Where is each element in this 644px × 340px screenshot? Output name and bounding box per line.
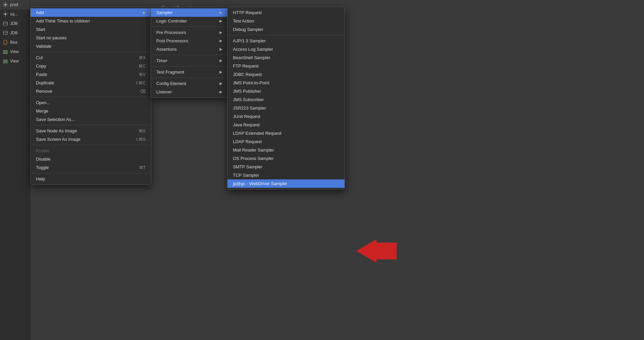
separator-3 — [31, 125, 151, 125]
menu-item-assertions[interactable]: Assertions ▶ — [151, 45, 228, 53]
menu-item-access-log-sampler[interactable]: Access Log Sampler — [228, 45, 345, 53]
menu-item-ajp-sampler[interactable]: AJP/1.3 Sampler — [228, 37, 345, 45]
menu-item-open-label: Open... — [36, 100, 50, 105]
menu-item-debug-sampler[interactable]: Debug Sampler — [228, 25, 345, 34]
menu-item-save-selection-as[interactable]: Save Selection As... — [31, 115, 151, 124]
svg-rect-4 — [3, 31, 7, 35]
menu-item-mail-reader-sampler[interactable]: Mail Reader Sampler — [228, 146, 345, 154]
menu-item-webdriver-sampler[interactable]: jp@gc - WebDriver Sampler — [228, 179, 345, 188]
menu-item-test-action[interactable]: Test Action — [228, 17, 345, 25]
menu-item-validate[interactable]: Validate — [31, 42, 151, 50]
menu-item-save-node-as-image-label: Save Node As Image — [36, 128, 77, 133]
sidebar-item-jdb1[interactable]: JDB — [0, 19, 30, 28]
menu-item-smtp-sampler[interactable]: SMTP Sampler — [228, 163, 345, 171]
menu-item-start-no-pauses-label: Start no pauses — [36, 35, 67, 40]
menu-item-start-no-pauses[interactable]: Start no pauses — [31, 34, 151, 42]
menu-item-beanshell-sampler[interactable]: BeanShell Sampler — [228, 53, 345, 62]
menu-item-jms-point-to-point[interactable]: JMS Point-to-Point — [228, 79, 345, 87]
submenu-arrow-add: ▶ — [143, 10, 146, 15]
menu-item-merge[interactable]: Merge — [31, 107, 151, 115]
menu-item-http-request[interactable]: HTTP Request — [228, 8, 345, 17]
menu-item-tcp-sampler[interactable]: TCP Sampler — [228, 171, 345, 179]
sidebar-label-view2: View — [10, 59, 19, 63]
sidebar-item-prod[interactable]: prod — [0, 0, 30, 9]
menu-item-remove[interactable]: Remove ⌫ — [31, 87, 151, 95]
menu-item-jsr223-sampler[interactable]: JSR223 Sampler — [228, 104, 345, 112]
menu-item-assertions-label: Assertions — [156, 47, 177, 52]
menu-item-save-selection-as-label: Save Selection As... — [36, 117, 75, 122]
menu-item-listener[interactable]: Listener ▶ — [151, 88, 228, 96]
menu-item-help[interactable]: Help — [31, 175, 151, 183]
menu-item-cut[interactable]: Cut ⌘X — [31, 53, 151, 62]
menu-item-disable[interactable]: Disable — [31, 155, 151, 163]
separator-l2-3 — [151, 66, 228, 67]
menu-item-save-screen-as-image[interactable]: Save Screen As Image ⇧⌘G — [31, 135, 151, 143]
submenu-arrow-logic: ▶ — [219, 19, 222, 23]
jdbc-icon2 — [3, 30, 8, 36]
menu-item-ftp-request[interactable]: FTP Request — [228, 62, 345, 70]
svg-rect-9 — [3, 53, 8, 54]
view-icon2 — [3, 58, 8, 64]
submenu-arrow-sampler: ▶ — [219, 10, 222, 15]
sidebar-item-view2[interactable]: View — [0, 56, 30, 66]
menu-item-add-label: Add — [36, 10, 44, 15]
view-icon1 — [3, 49, 8, 54]
sidebar-label-jdb1: JDB — [10, 21, 18, 26]
sidebar-item-bea[interactable]: Bea — [0, 38, 30, 47]
menu-item-timer[interactable]: Timer ▶ — [151, 56, 228, 65]
menu-item-toggle-label: Toggle — [36, 165, 49, 170]
menu-item-sampler[interactable]: Sampler ▶ — [151, 8, 228, 17]
menu-item-junit-request[interactable]: JUnit Request — [228, 112, 345, 121]
shortcut-remove: ⌫ — [140, 89, 146, 94]
menu-item-jdbc-request[interactable]: JDBC Request — [228, 70, 345, 79]
submenu-arrow-config: ▶ — [219, 81, 222, 86]
menu-item-pre-processors[interactable]: Pre Processors ▶ — [151, 28, 228, 37]
menu-item-jms-publisher-label: JMS Publisher — [233, 89, 261, 94]
menu-item-junit-request-label: JUnit Request — [233, 114, 260, 119]
menu-item-open[interactable]: Open... — [31, 98, 151, 107]
sidebar-item-jdb2[interactable]: JDB — [0, 28, 30, 38]
menu-item-os-process-sampler[interactable]: OS Process Sampler — [228, 154, 345, 163]
menu-item-jdbc-request-label: JDBC Request — [233, 72, 262, 77]
separator-l2-1 — [151, 27, 228, 27]
menu-item-copy[interactable]: Copy ⌘C — [31, 62, 151, 70]
sidebar-item-sq[interactable]: sq... — [0, 9, 30, 19]
menu-item-paste[interactable]: Paste ⌘V — [31, 70, 151, 79]
svg-marker-13 — [356, 239, 397, 263]
menu-item-jms-subscriber-label: JMS Subscriber — [233, 97, 264, 102]
separator-l2-2 — [151, 55, 228, 55]
menu-item-post-processors[interactable]: Post Processors ▶ — [151, 37, 228, 45]
sidebar-item-view1[interactable]: View — [0, 47, 30, 56]
menu-item-smtp-sampler-label: SMTP Sampler — [233, 164, 263, 169]
menu-item-add-think-times[interactable]: Add Think Times to children — [31, 17, 151, 25]
menu-item-paste-label: Paste — [36, 72, 47, 77]
context-menu-level3: HTTP Request Test Action Debug Sampler A… — [227, 7, 345, 189]
menu-item-save-node-as-image[interactable]: Save Node As Image ⌘G — [31, 127, 151, 135]
menu-item-webdriver-sampler-label: jp@gc - WebDriver Sampler — [233, 181, 287, 186]
menu-item-jms-publisher[interactable]: JMS Publisher — [228, 87, 345, 95]
menu-item-java-request[interactable]: Java Request — [228, 121, 345, 129]
menu-item-start[interactable]: Start — [31, 25, 151, 34]
gear-icon — [3, 2, 8, 7]
sidebar-label-view1: View — [10, 49, 19, 54]
separator-2 — [31, 97, 151, 97]
menu-item-java-request-label: Java Request — [233, 122, 260, 127]
menu-item-listener-label: Listener — [156, 89, 172, 94]
menu-item-add[interactable]: Add ▶ — [31, 8, 151, 17]
menu-item-config-element[interactable]: Config Element ▶ — [151, 79, 228, 88]
gear-icon2 — [3, 11, 8, 17]
sidebar-label-jdb2: JDB — [10, 31, 18, 35]
menu-item-test-fragment[interactable]: Test Fragment ▶ — [151, 68, 228, 76]
menu-item-ldap-extended-request-label: LDAP Extended Request — [233, 131, 281, 136]
menu-item-jms-subscriber[interactable]: JMS Subscriber — [228, 95, 345, 104]
shortcut-cut: ⌘X — [139, 55, 146, 60]
menu-item-duplicate[interactable]: Duplicate ⇧⌘C — [31, 79, 151, 87]
menu-item-ldap-extended-request[interactable]: LDAP Extended Request — [228, 129, 345, 137]
menu-item-enable-label: Enable — [36, 148, 49, 153]
menu-item-toggle[interactable]: Toggle ⌘T — [31, 163, 151, 172]
menu-item-sampler-label: Sampler — [156, 10, 172, 15]
menu-item-ldap-request[interactable]: LDAP Request — [228, 137, 345, 146]
sidebar: prod sq... JDB JDB Bea View — [0, 0, 30, 340]
menu-item-logic-controller[interactable]: Logic Controller ▶ — [151, 17, 228, 25]
context-menu-level1: Add ▶ Add Think Times to children Start … — [30, 7, 151, 185]
